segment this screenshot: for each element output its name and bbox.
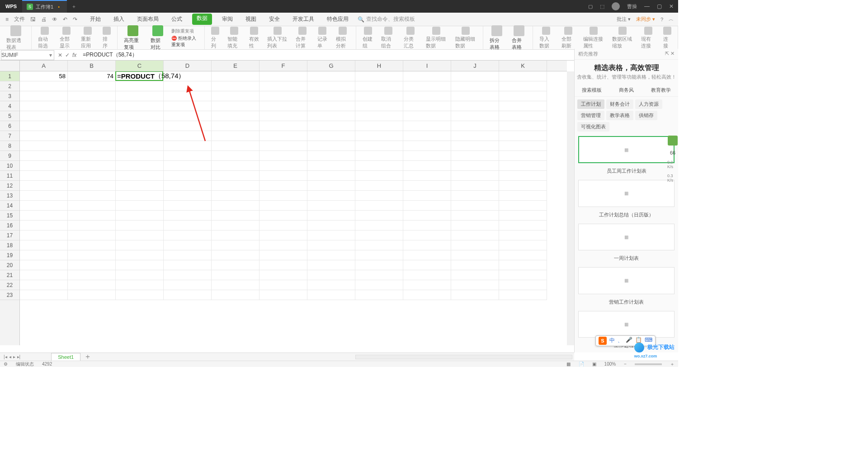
cell-A23[interactable] <box>20 290 68 300</box>
vertical-scrollbar[interactable] <box>567 71 574 345</box>
row-header-23[interactable]: 23 <box>0 290 19 300</box>
score-badge[interactable] <box>668 136 678 146</box>
cell-F18[interactable] <box>259 240 307 250</box>
cell-A17[interactable] <box>20 230 68 240</box>
row-header-12[interactable]: 12 <box>0 181 19 191</box>
cell-A8[interactable] <box>20 141 68 151</box>
cat-财务会计[interactable]: 财务会计 <box>606 99 633 109</box>
settings-gear-icon[interactable]: ⚙ <box>4 362 8 367</box>
cell-D9[interactable] <box>164 151 212 161</box>
cell-J6[interactable] <box>451 121 499 131</box>
cell-D3[interactable] <box>164 91 212 101</box>
cell-D10[interactable] <box>164 161 212 171</box>
cell-E17[interactable] <box>212 230 259 240</box>
cell-A3[interactable] <box>20 91 68 101</box>
cell-I22[interactable] <box>403 280 451 290</box>
cell-H8[interactable] <box>355 141 403 151</box>
row-header-2[interactable]: 2 <box>0 81 19 91</box>
cell-A22[interactable] <box>20 280 68 290</box>
cell-D6[interactable] <box>164 121 212 131</box>
cell-G15[interactable] <box>307 211 355 221</box>
row-header-22[interactable]: 22 <box>0 280 19 290</box>
cell-E20[interactable] <box>212 260 259 270</box>
cell-G5[interactable] <box>307 111 355 121</box>
cell-J9[interactable] <box>451 151 499 161</box>
row-header-17[interactable]: 17 <box>0 230 19 240</box>
ime-voice-icon[interactable]: 🎤 <box>626 337 632 345</box>
cell-F17[interactable] <box>259 230 307 240</box>
row-header-14[interactable]: 14 <box>0 201 19 211</box>
cell-G9[interactable] <box>307 151 355 161</box>
cell-E23[interactable] <box>212 290 259 300</box>
row-header-7[interactable]: 7 <box>0 131 19 141</box>
template-thumb[interactable]: ▦ <box>578 136 675 163</box>
tab-安全[interactable]: 安全 <box>266 14 283 25</box>
cell-G1[interactable] <box>307 71 355 81</box>
cell-G18[interactable] <box>307 240 355 250</box>
ribbon-创建组[interactable]: 创建组 <box>361 26 375 50</box>
row-headers[interactable]: 1234567891011121314151617181920212223 <box>0 71 20 345</box>
cell-E16[interactable] <box>212 221 259 230</box>
cell-D11[interactable] <box>164 171 212 181</box>
cell-C22[interactable] <box>116 280 164 290</box>
cell-E18[interactable] <box>212 240 259 250</box>
cell-E15[interactable] <box>212 211 259 221</box>
cell-E14[interactable] <box>212 201 259 211</box>
cell-H12[interactable] <box>355 181 403 191</box>
cell-D8[interactable] <box>164 141 212 151</box>
ribbon-分类汇总[interactable]: 分类汇总 <box>402 26 420 50</box>
cell-E2[interactable] <box>212 81 259 91</box>
command-search[interactable]: 🔍 查找命令、搜索模板 <box>358 15 415 23</box>
cell-E11[interactable] <box>212 171 259 181</box>
cell-B20[interactable] <box>68 260 116 270</box>
row-header-15[interactable]: 15 <box>0 211 19 221</box>
row-header-5[interactable]: 5 <box>0 111 19 121</box>
prev-sheet-icon[interactable]: ◂ <box>9 354 11 359</box>
cell-K13[interactable] <box>499 191 547 201</box>
cell-H1[interactable] <box>355 71 403 81</box>
ribbon-现有连接[interactable]: 现有连接 <box>639 26 657 50</box>
horizontal-scrollbar[interactable] <box>355 355 572 359</box>
cell-C17[interactable] <box>116 230 164 240</box>
ribbon-全部显示[interactable]: 全部显示 <box>58 26 75 50</box>
ribbon-记录单[interactable]: 记录单 <box>316 26 330 50</box>
cell-J1[interactable] <box>451 71 499 81</box>
cell-H7[interactable] <box>355 131 403 141</box>
tab-插入[interactable]: 插入 <box>111 14 127 25</box>
gift-icon[interactable]: ⬚ <box>600 4 604 9</box>
cell-C4[interactable] <box>116 101 164 111</box>
cell-C18[interactable] <box>116 240 164 250</box>
ribbon-自动筛选[interactable]: 自动筛选 <box>36 26 53 50</box>
cell-E21[interactable] <box>212 270 259 280</box>
cell-F8[interactable] <box>259 141 307 151</box>
cat-教学表格[interactable]: 教学表格 <box>606 111 633 120</box>
row-header-9[interactable]: 9 <box>0 151 19 161</box>
ribbon-数据透视表[interactable]: 数据透视表 <box>5 24 27 52</box>
cell-G4[interactable] <box>307 101 355 111</box>
cell-G6[interactable] <box>307 121 355 131</box>
cell-H22[interactable] <box>355 280 403 290</box>
cat-可视化图表[interactable]: 可视化图表 <box>577 122 609 132</box>
cell-B23[interactable] <box>68 290 116 300</box>
col-header-C[interactable]: C <box>116 61 164 71</box>
cell-H3[interactable] <box>355 91 403 101</box>
cell-A10[interactable] <box>20 161 68 171</box>
cell-E5[interactable] <box>212 111 259 121</box>
cell-C19[interactable] <box>116 250 164 260</box>
zoom-slider[interactable] <box>635 363 662 365</box>
col-header-B[interactable]: B <box>68 61 116 71</box>
col-header-J[interactable]: J <box>451 61 499 71</box>
ribbon-模拟分析[interactable]: 模拟分析 <box>334 26 351 50</box>
cell-I6[interactable] <box>403 121 451 131</box>
ribbon-高亮重复项[interactable]: 高亮重复项 <box>122 24 144 52</box>
accept-formula-icon[interactable]: ✓ <box>65 52 70 58</box>
cell-B12[interactable] <box>68 181 116 191</box>
cell-G14[interactable] <box>307 201 355 211</box>
first-sheet-icon[interactable]: |◂ <box>4 354 7 359</box>
cell-C1[interactable]: =PRODUCT（58,74） <box>116 71 164 81</box>
cell-C7[interactable] <box>116 131 164 141</box>
cell-F11[interactable] <box>259 171 307 181</box>
add-sheet-button[interactable]: ＋ <box>80 352 95 362</box>
row-header-6[interactable]: 6 <box>0 121 19 131</box>
cell-F7[interactable] <box>259 131 307 141</box>
